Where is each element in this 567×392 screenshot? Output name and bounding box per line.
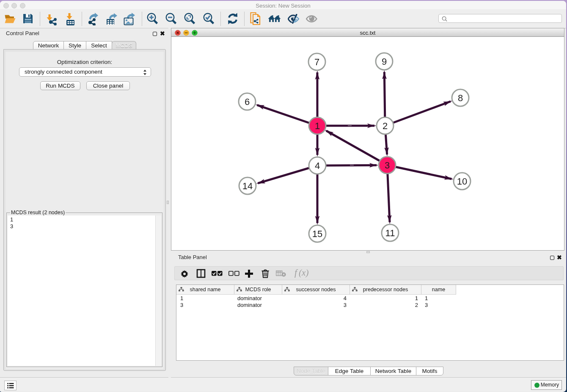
svg-text:2: 2: [383, 121, 388, 131]
svg-text:6: 6: [245, 97, 250, 107]
svg-text:10: 10: [457, 176, 467, 187]
svg-text:9: 9: [382, 56, 387, 67]
svg-text:15: 15: [312, 229, 322, 239]
svg-text:3: 3: [385, 160, 390, 171]
svg-text:1: 1: [315, 121, 320, 131]
svg-text:4: 4: [315, 160, 320, 171]
svg-text:11: 11: [385, 228, 395, 238]
svg-text:14: 14: [242, 181, 253, 191]
svg-text:7: 7: [314, 57, 319, 67]
svg-text:8: 8: [458, 93, 463, 103]
